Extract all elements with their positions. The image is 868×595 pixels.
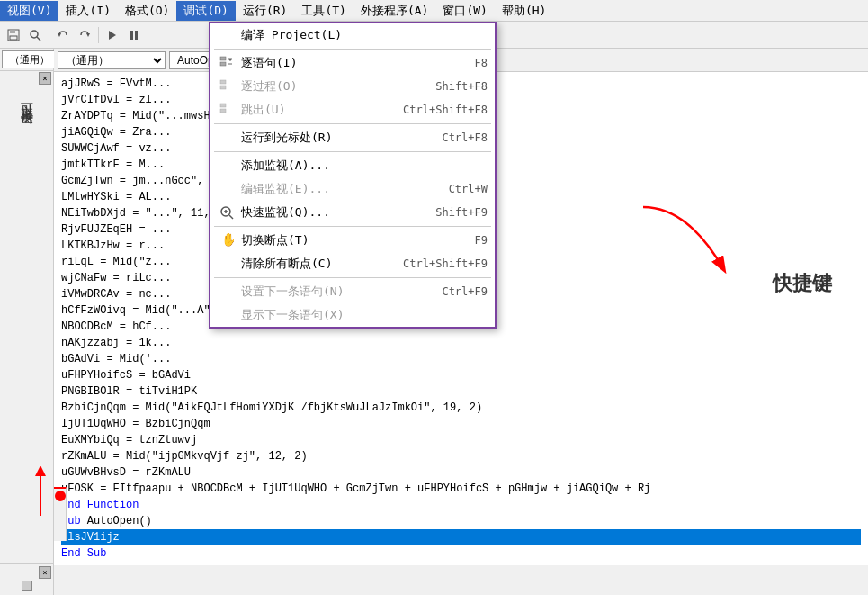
module-dropdown[interactable]: （通用） — [58, 51, 166, 69]
add-watch-label: 添加监视(A)... — [241, 158, 488, 174]
breakpoint-marker — [55, 491, 66, 501]
run-cursor-icon — [218, 129, 236, 147]
toggle-bp-icon: ✋ — [218, 231, 236, 249]
quick-watch-icon — [218, 203, 236, 221]
sidebar-bottom-close[interactable]: × — [39, 566, 51, 579]
step-out-label: 跳出(U) — [241, 102, 396, 118]
toolbar-sep1 — [49, 27, 49, 43]
menu-view[interactable]: 视图(V) — [0, 1, 58, 21]
menu-set-next[interactable]: 设置下一条语句(N) Ctrl+F9 — [210, 280, 495, 303]
left-sidebar: （通用） × 可以直接点击 × — [0, 49, 54, 595]
compile-icon — [218, 26, 236, 44]
step-over-shortcut: Shift+F8 — [435, 80, 488, 93]
sidebar-close-btn[interactable]: × — [39, 72, 51, 85]
end-function-line: End Function — [61, 497, 861, 513]
code-line: PNGBIBOlR = tiTviH1PK — [61, 383, 861, 400]
svg-rect-16 — [220, 80, 226, 84]
menu-show-next[interactable]: 显示下一条语句(X) — [210, 303, 495, 327]
end-sub-line: End Sub — [61, 545, 861, 562]
menu-run[interactable]: 运行(R) — [236, 1, 294, 21]
clear-bp-label: 清除所有断点(C) — [241, 256, 396, 272]
clear-bp-icon — [218, 255, 236, 273]
svg-rect-18 — [220, 104, 226, 107]
svg-marker-7 — [109, 31, 116, 40]
left-arrow-annotation — [27, 466, 54, 523]
edit-watch-shortcut: Ctrl+W — [449, 183, 488, 195]
sidebar-vertical-label: 可以直接点击 — [14, 86, 40, 111]
step-over-icon — [218, 77, 236, 95]
add-watch-icon — [218, 157, 236, 175]
sep4 — [214, 226, 491, 227]
sep1 — [214, 49, 491, 50]
edit-watch-label: 编辑监视(E)... — [241, 181, 442, 197]
svg-rect-8 — [130, 31, 133, 40]
menu-run-cursor[interactable]: 运行到光标处(R) Ctrl+F8 — [210, 126, 495, 149]
code-line: uFOSK = FItfpaapu + NBOCDBcM + IjUT1UqWH… — [61, 481, 861, 497]
svg-rect-17 — [220, 86, 226, 89]
menu-toggle-bp[interactable]: ✋ 切换断点(T) F9 — [210, 229, 495, 252]
svg-marker-6 — [86, 33, 90, 37]
menu-add-watch[interactable]: 添加监视(A)... — [210, 154, 495, 177]
menu-tools[interactable]: 工具(T) — [294, 1, 353, 21]
menu-format[interactable]: 格式(O) — [118, 1, 176, 21]
code-line: rZKmALU = Mid("ijpGMkvqVjf zj", 12, 2) — [61, 448, 861, 464]
toggle-bp-shortcut: F9 — [475, 234, 488, 247]
toolbar-pause[interactable] — [124, 25, 144, 45]
menu-window[interactable]: 窗口(W) — [435, 1, 494, 21]
show-next-icon — [218, 306, 236, 324]
menu-step-over[interactable]: 逐过程(O) Shift+F8 — [210, 75, 495, 98]
toolbar-undo[interactable] — [53, 25, 73, 45]
step-into-shortcut: F8 — [475, 57, 488, 69]
sidebar-scroll-down[interactable] — [22, 581, 32, 591]
run-cursor-label: 运行到光标处(R) — [241, 130, 434, 146]
sidebar-top-bar: （通用） — [0, 49, 53, 71]
annotation-text: 快捷键 — [773, 270, 832, 297]
code-line: BzbiCjnQqm = Mid("AikEQJtLfHomiYXDjK /fb… — [61, 400, 861, 416]
code-line: uGUWvBHvsD = rZKmALU — [61, 464, 861, 481]
svg-rect-1 — [10, 30, 15, 33]
svg-marker-15 — [228, 59, 232, 61]
toolbar-sep2 — [98, 27, 99, 43]
toolbar-run[interactable] — [103, 25, 122, 45]
menu-insert[interactable]: 插入(I) — [58, 1, 117, 21]
annotation-arrow — [634, 198, 742, 288]
menubar: 视图(V) 插入(I) 格式(O) 调试(D) 运行(R) 工具(T) 外接程序… — [0, 0, 868, 22]
menu-help[interactable]: 帮助(H) — [495, 1, 553, 21]
code-line: IjUT1UqWHO = BzbiCjnQqm — [61, 416, 861, 432]
toggle-bp-label: 切换断点(T) — [241, 232, 468, 248]
step-out-icon — [218, 101, 236, 119]
menu-compile[interactable]: 编译 Project(L) — [210, 23, 495, 47]
svg-point-3 — [31, 31, 38, 38]
quick-watch-label: 快速监视(Q)... — [241, 204, 428, 221]
code-line: nAKjzzabj = 1k... — [61, 335, 861, 351]
highlight-line: KlsJV1ijz — [61, 529, 861, 545]
menu-debug[interactable]: 调试(D) — [176, 1, 235, 21]
svg-rect-12 — [220, 62, 226, 66]
menu-step-out[interactable]: 跳出(U) Ctrl+Shift+F8 — [210, 98, 495, 122]
menu-addins[interactable]: 外接程序(A) — [353, 1, 435, 21]
svg-rect-19 — [220, 109, 226, 113]
run-cursor-shortcut: Ctrl+F8 — [442, 131, 488, 144]
sep5 — [214, 277, 491, 278]
menu-clear-bp[interactable]: 清除所有断点(C) Ctrl+Shift+F9 — [210, 252, 495, 275]
code-line: uFHPYHoifcS = bGAdVi — [61, 367, 861, 383]
menu-step-into[interactable]: 逐语句(I) F8 — [210, 51, 495, 75]
show-next-label: 显示下一条语句(X) — [241, 307, 488, 323]
breakpoint-gutter — [54, 487, 67, 541]
code-line: bGAdVi = Mid('... — [61, 351, 861, 367]
step-into-icon — [218, 54, 236, 72]
menu-edit-watch[interactable]: 编辑监视(E)... Ctrl+W — [210, 177, 495, 201]
svg-text:✋: ✋ — [221, 233, 234, 248]
svg-marker-5 — [58, 33, 61, 37]
toolbar-find[interactable] — [25, 25, 45, 45]
svg-rect-2 — [10, 36, 17, 40]
code-line: EuXMYbiQq = tznZtuwvj — [61, 432, 861, 448]
toolbar-redo[interactable] — [75, 25, 94, 45]
toolbar-save[interactable] — [4, 25, 23, 45]
quick-watch-shortcut: Shift+F9 — [435, 206, 488, 219]
step-out-shortcut: Ctrl+Shift+F8 — [403, 104, 488, 116]
menu-quick-watch[interactable]: 快速监视(Q)... Shift+F9 — [210, 201, 495, 224]
set-next-label: 设置下一条语句(N) — [241, 284, 434, 300]
sub-auto-open-line: Sub AutoOpen() — [61, 513, 861, 529]
step-into-label: 逐语句(I) — [241, 55, 468, 71]
